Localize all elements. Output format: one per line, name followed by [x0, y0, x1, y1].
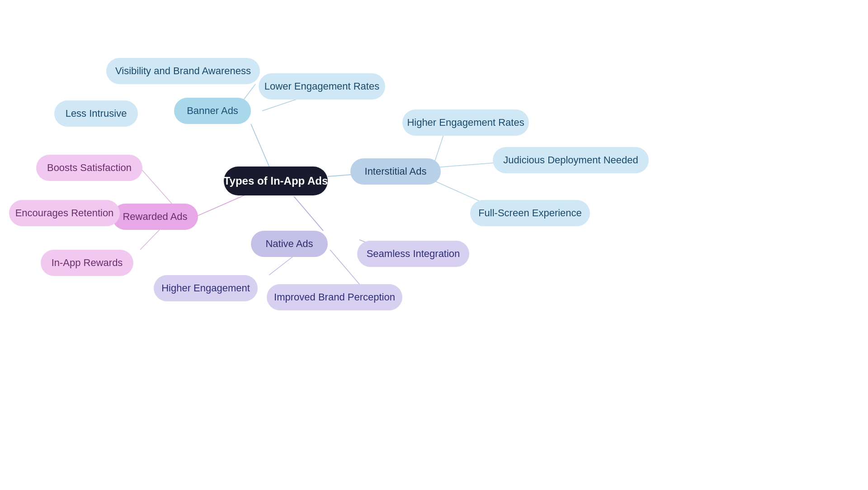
interstitial-ads-node: Interstitial Ads — [350, 158, 441, 185]
svg-line-10 — [140, 168, 172, 204]
encourages-retention-node: Encourages Retention — [9, 200, 120, 226]
banner-ads-node: Banner Ads — [174, 98, 251, 124]
higher-engagement-native-node: Higher Engagement — [154, 275, 258, 301]
svg-line-3 — [294, 196, 323, 231]
center-node: Types of In-App Ads — [224, 167, 328, 195]
rewarded-ads-node: Rewarded Ads — [112, 204, 198, 230]
svg-line-15 — [330, 250, 359, 284]
higher-engagement-rates-node: Higher Engagement Rates — [402, 109, 529, 136]
lower-engagement-node: Lower Engagement Rates — [259, 73, 385, 100]
visibility-brand-node: Visibility and Brand Awareness — [106, 58, 260, 84]
fullscreen-experience-node: Full-Screen Experience — [470, 200, 590, 226]
boosts-satisfaction-node: Boosts Satisfaction — [36, 155, 142, 181]
judicious-deployment-node: Judicious Deployment Needed — [493, 147, 649, 173]
native-ads-node: Native Ads — [251, 231, 328, 257]
seamless-integration-node: Seamless Integration — [357, 241, 469, 267]
less-intrusive-node: Less Intrusive — [54, 100, 138, 127]
improved-brand-perception-node: Improved Brand Perception — [267, 284, 402, 310]
inapp-rewards-node: In-App Rewards — [41, 250, 133, 276]
